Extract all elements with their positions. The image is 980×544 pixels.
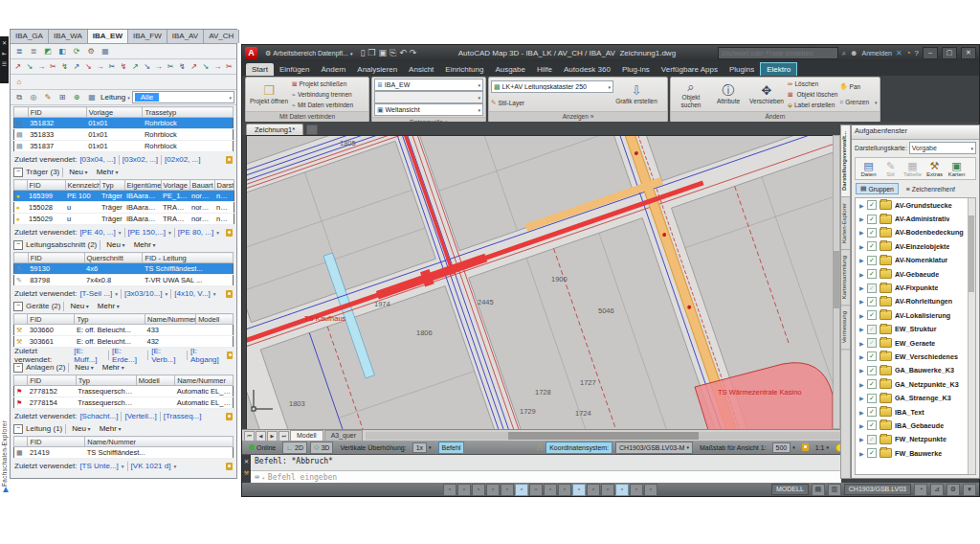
tree-item[interactable]: ▶✓AV-Nomenklatur	[856, 254, 975, 267]
palette-tab-iba_av[interactable]: IBA_AV	[167, 30, 204, 43]
darstellungskarte-dropdown[interactable]: Vorgabe▾	[909, 142, 976, 154]
recent-link[interactable]: [TS Unte...]	[79, 462, 118, 470]
chevron-right-icon[interactable]: ▶	[859, 409, 864, 416]
chevron-down-icon[interactable]: ▾	[173, 464, 176, 469]
table-row[interactable]: ▤35183201x01Rohrblock	[14, 118, 234, 129]
table-row[interactable]: ▤35183701x01Rohrblock	[14, 141, 234, 152]
document-tab[interactable]: Zeichnung1*	[246, 124, 303, 135]
grenzen-button[interactable]: ⌗Grenzen ▾	[839, 97, 877, 107]
column-header[interactable]: Kennzeichen	[65, 180, 100, 191]
network-edit-icon[interactable]: →	[153, 60, 164, 73]
lwt-toggle[interactable]: ▫	[587, 484, 600, 496]
network-edit-icon[interactable]: ✂	[224, 60, 234, 73]
column-header[interactable]: Bauart	[189, 180, 214, 191]
options-icon[interactable]: ⚙	[84, 45, 98, 57]
prev-layout-icon[interactable]: ◀	[256, 431, 266, 442]
visibility-checkbox[interactable]: ✓	[867, 200, 877, 210]
recent-link[interactable]: [E: Muff...]	[74, 347, 105, 364]
palette-tab-iba_wa[interactable]: IBA_WA	[49, 30, 88, 43]
column-header[interactable]: FID	[27, 180, 65, 191]
projekt-oeffnen-button[interactable]: ❒ Projekt öffnen	[248, 79, 290, 110]
table-row[interactable]: ●155028uTrägerIBAarau St...TRAEG...norma…	[13, 202, 234, 214]
table-row[interactable]: ▤35183301x01Rohrblock	[14, 129, 234, 141]
extras-button[interactable]: ⚒Extras	[925, 160, 944, 177]
column-header[interactable]: Vorlage	[161, 180, 189, 191]
column-header[interactable]: FID	[28, 314, 75, 325]
am-toggle[interactable]: ▫	[630, 484, 643, 496]
visibility-checkbox[interactable]: ✓	[867, 215, 877, 224]
ortho-toggle[interactable]: ▫	[486, 484, 500, 496]
tree-item[interactable]: ▶✓EW_Struktur	[856, 323, 975, 336]
chevron-right-icon[interactable]: ▶	[859, 312, 864, 319]
table-row[interactable]: ✎591304x6TS Schiffländest...	[14, 263, 234, 275]
new-drawing-tab-button[interactable]	[306, 125, 318, 135]
visibility-checkbox[interactable]: ✓	[867, 325, 877, 334]
tree-item[interactable]: ▶✓FW_Bauwerke	[856, 446, 975, 460]
signin-user-icon[interactable]: ☻	[850, 49, 858, 57]
ribbon-tab--ndern[interactable]: Ändern	[316, 63, 352, 76]
visibility-checkbox[interactable]: ✓	[867, 394, 877, 403]
minimize-button[interactable]: –	[923, 47, 938, 59]
column-header[interactable]: Name/Nummer	[145, 314, 195, 325]
collapse-icon[interactable]: −	[13, 302, 23, 311]
network-edit-icon[interactable]: ↗	[130, 60, 141, 73]
column-header[interactable]: FID	[28, 375, 77, 386]
section-neu-button[interactable]: Neu	[72, 363, 96, 372]
chevron-down-icon[interactable]: ▾	[168, 230, 171, 236]
close-button[interactable]: ✕	[961, 47, 976, 59]
style-map-icon[interactable]: ◩	[41, 45, 55, 57]
column-header[interactable]: Typ	[76, 375, 136, 386]
verschieben-button[interactable]: ✥Verschieben	[747, 79, 786, 110]
chevron-right-icon[interactable]: ▶	[859, 284, 864, 291]
objekt-suchen-button[interactable]: ⌕Objekt suchen	[673, 79, 709, 110]
visibility-checkbox[interactable]: ✓	[867, 269, 877, 279]
recent-link[interactable]: [VK 1021 d]	[131, 462, 171, 470]
open-icon[interactable]: ❒	[368, 48, 375, 58]
chevron-right-icon[interactable]: ▶	[859, 326, 864, 332]
undo-icon[interactable]: ↶	[399, 48, 407, 58]
side-tab-darstellungsverwalt-[interactable]: Darstellungsverwalt...	[841, 125, 850, 197]
refresh-icon[interactable]: ⟳	[70, 45, 83, 57]
command-input[interactable]: ⌨ ▾ Befehl eingeben	[251, 470, 841, 484]
tree-item[interactable]: ▶✓GA_Netzpunkte_K3	[856, 377, 975, 391]
table-row[interactable]: ●165399PE 100TrägerIBAarau St...PE_100no…	[13, 191, 234, 202]
first-layout-icon[interactable]: ⏮	[244, 431, 255, 442]
recent-link[interactable]: [PE 150,...]	[128, 228, 167, 237]
chevron-down-icon[interactable]: ▾	[115, 291, 118, 297]
ribbon-tab-hilfe[interactable]: Hilfe	[531, 63, 558, 76]
tree-item[interactable]: ▶✓AV-Rohrleitungen	[856, 295, 975, 308]
column-header[interactable]: Querschnitt	[84, 253, 143, 263]
ribbon-tab-einf-gen[interactable]: Einfügen	[274, 63, 316, 76]
recent-link[interactable]: [4x10, V...]	[174, 289, 211, 298]
tree-item[interactable]: ▶✓AV-Administrativ	[856, 212, 975, 225]
palette-tab-av_ch[interactable]: AV_CH	[204, 30, 239, 43]
view-scale[interactable]: Maßstab für Ansicht 1: 500▾	[696, 442, 799, 454]
column-header[interactable]: Modell	[136, 375, 175, 386]
ribbon-tab-plugins[interactable]: Plugins	[724, 63, 760, 76]
ribbon-tab-ansicht[interactable]: Ansicht	[403, 63, 439, 76]
chevron-down-icon[interactable]: ▾	[119, 230, 122, 236]
leitungskataster-dropdown[interactable]: ▩ LK+AV Leitungskataster 250▾	[491, 80, 613, 93]
selection-icon[interactable]: ◧	[56, 45, 69, 57]
polar-toggle[interactable]: ▫	[501, 484, 514, 496]
chevron-right-icon[interactable]: ▶	[859, 422, 864, 429]
tree-item[interactable]: ▶✓IBA_Text	[856, 405, 975, 419]
tree-item[interactable]: ▶✓EW_Geraete	[856, 336, 975, 350]
chevron-right-icon[interactable]: ▶	[859, 381, 864, 388]
last-layout-icon[interactable]: ⏭	[278, 431, 289, 442]
visibility-checkbox[interactable]: ✓	[867, 283, 877, 293]
chevron-right-icon[interactable]: ▶	[859, 271, 864, 278]
ratio-dropdown[interactable]: 1:1▾	[812, 442, 833, 454]
a360-icon[interactable]: ◔	[906, 49, 911, 57]
recent-link[interactable]: [3x03/10...]	[124, 289, 163, 298]
ribbon-tab-verf-gbare-apps[interactable]: Verfügbare Apps	[656, 63, 724, 76]
column-header[interactable]: Name/Nummer	[175, 375, 234, 386]
network-edit-icon[interactable]: →	[95, 60, 105, 73]
visibility-checkbox[interactable]: ✓	[867, 366, 877, 375]
table-row[interactable]: ✎837987x4x0.8T-VR UWA SAL ...	[14, 275, 234, 286]
section-neu-button[interactable]: Neu	[103, 240, 127, 249]
ribbon-tab-elektro[interactable]: Elektro	[760, 62, 797, 76]
side-tab-karten-explorer[interactable]: Karten-Explorer	[841, 197, 850, 250]
network-edit-icon[interactable]: ✂	[165, 60, 175, 73]
visibility-checkbox[interactable]: ✓	[867, 241, 877, 251]
